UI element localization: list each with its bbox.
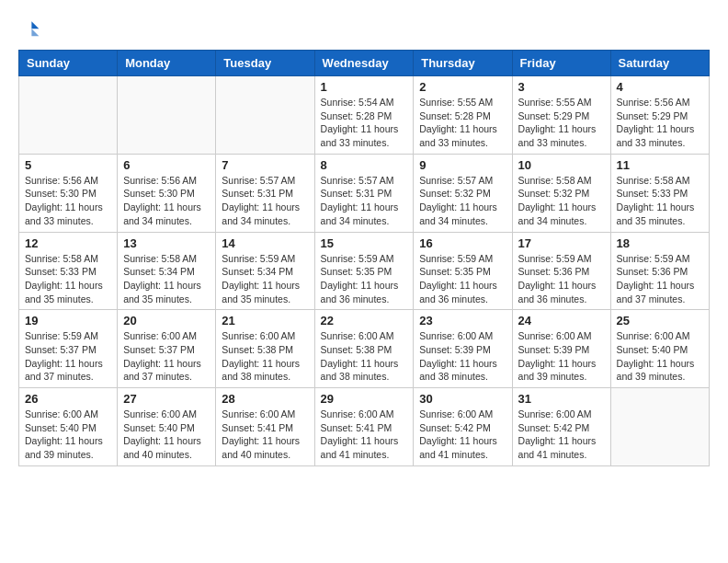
day-info: Sunrise: 5:58 AM Sunset: 5:33 PM Dayligh…: [25, 252, 111, 306]
day-cell: 11Sunrise: 5:58 AM Sunset: 5:33 PM Dayli…: [610, 154, 709, 232]
day-cell: [19, 76, 118, 155]
logo: [18, 18, 44, 40]
day-info: Sunrise: 5:55 AM Sunset: 5:29 PM Dayligh…: [518, 96, 605, 150]
day-cell: 4Sunrise: 5:56 AM Sunset: 5:29 PM Daylig…: [610, 76, 709, 155]
day-info: Sunrise: 6:00 AM Sunset: 5:40 PM Dayligh…: [617, 329, 703, 384]
day-number: 3: [518, 80, 605, 94]
day-cell: 20Sunrise: 6:00 AM Sunset: 5:37 PM Dayli…: [118, 310, 216, 388]
day-number: 28: [222, 392, 308, 406]
day-info: Sunrise: 6:00 AM Sunset: 5:38 PM Dayligh…: [222, 329, 308, 384]
day-number: 25: [617, 314, 703, 327]
day-info: Sunrise: 5:58 AM Sunset: 5:33 PM Dayligh…: [617, 174, 703, 228]
day-info: Sunrise: 5:58 AM Sunset: 5:34 PM Dayligh…: [123, 252, 210, 306]
day-number: 21: [222, 314, 308, 327]
day-cell: 24Sunrise: 6:00 AM Sunset: 5:39 PM Dayli…: [512, 310, 610, 388]
day-number: 13: [123, 236, 210, 250]
day-number: 15: [321, 236, 408, 250]
day-info: Sunrise: 5:59 AM Sunset: 5:36 PM Dayligh…: [617, 252, 703, 306]
week-row-5: 26Sunrise: 6:00 AM Sunset: 5:40 PM Dayli…: [19, 388, 710, 466]
day-number: 6: [123, 158, 210, 172]
day-info: Sunrise: 6:00 AM Sunset: 5:42 PM Dayligh…: [419, 408, 506, 462]
day-number: 26: [25, 392, 111, 406]
day-number: 29: [321, 392, 408, 406]
day-cell: 19Sunrise: 5:59 AM Sunset: 5:37 PM Dayli…: [19, 310, 118, 388]
day-number: 31: [518, 392, 605, 406]
day-info: Sunrise: 6:00 AM Sunset: 5:41 PM Dayligh…: [321, 408, 408, 462]
day-cell: 1Sunrise: 5:54 AM Sunset: 5:28 PM Daylig…: [314, 76, 414, 155]
day-number: 8: [321, 158, 408, 172]
weekday-header-tuesday: Tuesday: [216, 51, 314, 76]
day-number: 24: [518, 314, 605, 327]
day-number: 23: [419, 314, 506, 327]
day-cell: 28Sunrise: 6:00 AM Sunset: 5:41 PM Dayli…: [216, 388, 314, 466]
day-info: Sunrise: 6:00 AM Sunset: 5:41 PM Dayligh…: [222, 408, 308, 462]
day-cell: 10Sunrise: 5:58 AM Sunset: 5:32 PM Dayli…: [512, 154, 610, 232]
weekday-header-wednesday: Wednesday: [314, 51, 414, 76]
day-cell: 3Sunrise: 5:55 AM Sunset: 5:29 PM Daylig…: [512, 76, 610, 155]
day-cell: 15Sunrise: 5:59 AM Sunset: 5:35 PM Dayli…: [314, 232, 414, 310]
day-info: Sunrise: 5:59 AM Sunset: 5:35 PM Dayligh…: [419, 252, 506, 306]
day-cell: 25Sunrise: 6:00 AM Sunset: 5:40 PM Dayli…: [610, 310, 709, 388]
day-number: 9: [419, 158, 506, 172]
day-info: Sunrise: 5:55 AM Sunset: 5:28 PM Dayligh…: [419, 96, 506, 150]
weekday-header-friday: Friday: [512, 51, 610, 76]
week-row-2: 5Sunrise: 5:56 AM Sunset: 5:30 PM Daylig…: [19, 154, 710, 232]
page-header: [18, 18, 710, 40]
day-cell: 2Sunrise: 5:55 AM Sunset: 5:28 PM Daylig…: [414, 76, 512, 155]
day-cell: 22Sunrise: 6:00 AM Sunset: 5:38 PM Dayli…: [314, 310, 414, 388]
day-number: 22: [321, 314, 408, 327]
day-info: Sunrise: 5:59 AM Sunset: 5:34 PM Dayligh…: [222, 252, 308, 306]
week-row-4: 19Sunrise: 5:59 AM Sunset: 5:37 PM Dayli…: [19, 310, 710, 388]
day-number: 30: [419, 392, 506, 406]
day-number: 14: [222, 236, 308, 250]
day-info: Sunrise: 5:54 AM Sunset: 5:28 PM Dayligh…: [321, 96, 408, 150]
day-info: Sunrise: 5:58 AM Sunset: 5:32 PM Dayligh…: [518, 174, 605, 228]
day-number: 20: [123, 314, 210, 327]
day-number: 7: [222, 158, 308, 172]
day-cell: 14Sunrise: 5:59 AM Sunset: 5:34 PM Dayli…: [216, 232, 314, 310]
day-number: 5: [25, 158, 111, 172]
day-info: Sunrise: 5:57 AM Sunset: 5:32 PM Dayligh…: [419, 174, 506, 228]
day-cell: [118, 76, 216, 155]
day-number: 11: [617, 158, 703, 172]
day-info: Sunrise: 5:59 AM Sunset: 5:37 PM Dayligh…: [25, 329, 111, 384]
day-cell: 21Sunrise: 6:00 AM Sunset: 5:38 PM Dayli…: [216, 310, 314, 388]
day-cell: 18Sunrise: 5:59 AM Sunset: 5:36 PM Dayli…: [610, 232, 709, 310]
weekday-header-monday: Monday: [118, 51, 216, 76]
day-info: Sunrise: 5:59 AM Sunset: 5:35 PM Dayligh…: [321, 252, 408, 306]
svg-marker-0: [31, 21, 39, 29]
week-row-3: 12Sunrise: 5:58 AM Sunset: 5:33 PM Dayli…: [19, 232, 710, 310]
day-number: 16: [419, 236, 506, 250]
day-info: Sunrise: 6:00 AM Sunset: 5:39 PM Dayligh…: [518, 329, 605, 384]
day-number: 17: [518, 236, 605, 250]
day-cell: [216, 76, 314, 155]
day-info: Sunrise: 6:00 AM Sunset: 5:39 PM Dayligh…: [419, 329, 506, 384]
day-cell: 26Sunrise: 6:00 AM Sunset: 5:40 PM Dayli…: [19, 388, 118, 466]
day-cell: 17Sunrise: 5:59 AM Sunset: 5:36 PM Dayli…: [512, 232, 610, 310]
day-cell: 5Sunrise: 5:56 AM Sunset: 5:30 PM Daylig…: [19, 154, 118, 232]
day-cell: 13Sunrise: 5:58 AM Sunset: 5:34 PM Dayli…: [118, 232, 216, 310]
weekday-header-saturday: Saturday: [610, 51, 709, 76]
day-cell: 12Sunrise: 5:58 AM Sunset: 5:33 PM Dayli…: [19, 232, 118, 310]
day-number: 2: [419, 80, 506, 94]
day-number: 18: [617, 236, 703, 250]
weekday-header-thursday: Thursday: [414, 51, 512, 76]
day-info: Sunrise: 5:56 AM Sunset: 5:29 PM Dayligh…: [617, 96, 703, 150]
day-info: Sunrise: 6:00 AM Sunset: 5:40 PM Dayligh…: [25, 408, 111, 462]
day-cell: 23Sunrise: 6:00 AM Sunset: 5:39 PM Dayli…: [414, 310, 512, 388]
day-cell: 31Sunrise: 6:00 AM Sunset: 5:42 PM Dayli…: [512, 388, 610, 466]
day-number: 19: [25, 314, 111, 327]
day-cell: [610, 388, 709, 466]
day-cell: 9Sunrise: 5:57 AM Sunset: 5:32 PM Daylig…: [414, 154, 512, 232]
day-info: Sunrise: 6:00 AM Sunset: 5:38 PM Dayligh…: [321, 329, 408, 384]
day-cell: 16Sunrise: 5:59 AM Sunset: 5:35 PM Dayli…: [414, 232, 512, 310]
day-number: 12: [25, 236, 111, 250]
logo-icon: [18, 18, 40, 40]
calendar-table: SundayMondayTuesdayWednesdayThursdayFrid…: [18, 50, 710, 466]
day-info: Sunrise: 6:00 AM Sunset: 5:40 PM Dayligh…: [123, 408, 210, 462]
day-number: 4: [617, 80, 703, 94]
day-cell: 27Sunrise: 6:00 AM Sunset: 5:40 PM Dayli…: [118, 388, 216, 466]
day-info: Sunrise: 6:00 AM Sunset: 5:37 PM Dayligh…: [123, 329, 210, 384]
day-info: Sunrise: 6:00 AM Sunset: 5:42 PM Dayligh…: [518, 408, 605, 462]
day-cell: 7Sunrise: 5:57 AM Sunset: 5:31 PM Daylig…: [216, 154, 314, 232]
